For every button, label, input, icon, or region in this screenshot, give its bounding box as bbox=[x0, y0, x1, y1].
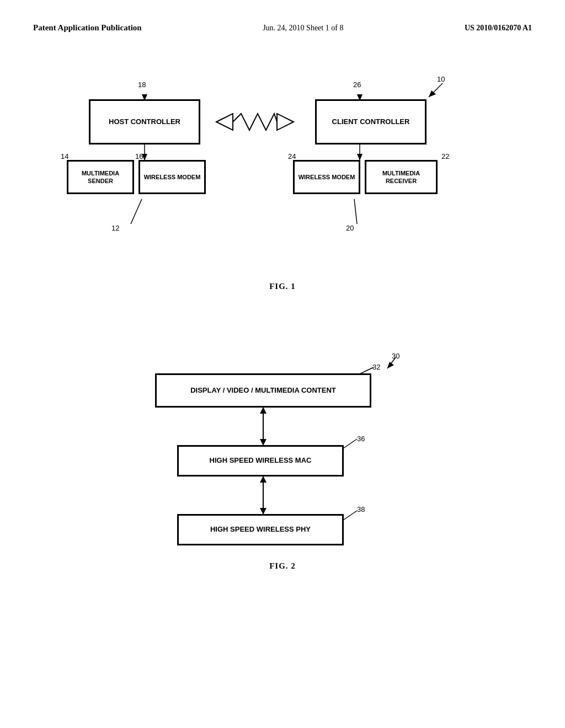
ref-16: 16 bbox=[135, 152, 143, 160]
svg-marker-25 bbox=[260, 439, 266, 446]
page-header: Patent Application Publication Jun. 24, … bbox=[0, 0, 565, 45]
svg-marker-34 bbox=[387, 362, 394, 368]
wireless-modem-left-box: WIRELESS MODEM bbox=[139, 160, 205, 194]
fig2-diagram: DISPLAY / VIDEO / MULTIMEDIA CONTENT HIG… bbox=[145, 357, 420, 556]
ref-30: 30 bbox=[392, 352, 399, 360]
svg-marker-7 bbox=[277, 114, 294, 130]
ref-22: 22 bbox=[441, 152, 449, 160]
svg-line-32 bbox=[343, 511, 357, 520]
ref-24: 24 bbox=[288, 152, 296, 160]
svg-line-18 bbox=[429, 83, 443, 97]
multimedia-sender-box: MULTIMEDIA SENDER bbox=[67, 160, 134, 194]
svg-line-12 bbox=[131, 199, 142, 224]
svg-marker-11 bbox=[357, 154, 363, 160]
wireless-mac-box: HIGH SPEED WIRELESS MAC bbox=[178, 446, 343, 476]
ref-32: 32 bbox=[372, 363, 380, 371]
svg-marker-19 bbox=[429, 90, 436, 97]
svg-marker-26 bbox=[260, 407, 266, 414]
wireless-modem-right-box: WIRELESS MODEM bbox=[294, 160, 360, 194]
header-left: Patent Application Publication bbox=[33, 22, 142, 34]
svg-line-13 bbox=[354, 199, 357, 224]
svg-marker-28 bbox=[260, 508, 266, 515]
ref-26: 26 bbox=[353, 81, 361, 89]
ref-18: 18 bbox=[138, 81, 146, 89]
ref-12: 12 bbox=[111, 224, 119, 232]
display-video-box: DISPLAY / VIDEO / MULTIMEDIA CONTENT bbox=[156, 374, 371, 407]
client-controller-box: CLIENT CONTROLLER bbox=[316, 100, 426, 144]
multimedia-receiver-box: MULTIMEDIA RECEIVER bbox=[365, 160, 437, 194]
header-center: Jun. 24, 2010 Sheet 1 of 8 bbox=[263, 22, 343, 34]
fig1-label: FIG. 1 bbox=[33, 282, 532, 291]
header-right: US 2010/0162070 A1 bbox=[465, 22, 532, 34]
svg-line-31 bbox=[343, 439, 357, 448]
ref-38: 38 bbox=[357, 505, 365, 513]
ref-10: 10 bbox=[437, 75, 445, 83]
fig2-section: DISPLAY / VIDEO / MULTIMEDIA CONTENT HIG… bbox=[0, 324, 565, 587]
host-controller-box: HOST CONTROLLER bbox=[89, 100, 200, 144]
ref-20: 20 bbox=[346, 224, 354, 232]
svg-line-30 bbox=[360, 367, 374, 374]
ref-14: 14 bbox=[61, 152, 68, 160]
svg-marker-6 bbox=[216, 114, 233, 130]
fig2-label: FIG. 2 bbox=[33, 561, 532, 571]
wireless-phy-box: HIGH SPEED WIRELESS PHY bbox=[178, 515, 343, 545]
svg-marker-29 bbox=[260, 476, 266, 483]
fig1-diagram: HOST CONTROLLER MULTIMEDIA SENDER WIRELE… bbox=[45, 67, 520, 276]
ref-36: 36 bbox=[357, 435, 365, 443]
fig1-section: HOST CONTROLLER MULTIMEDIA SENDER WIRELE… bbox=[0, 45, 565, 308]
